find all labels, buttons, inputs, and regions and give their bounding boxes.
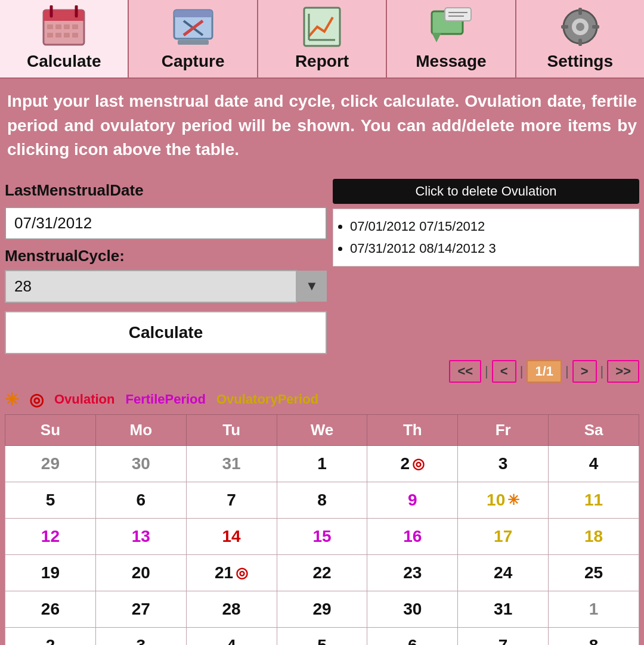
nav-capture[interactable]: Capture: [129, 0, 258, 77]
svg-rect-6: [55, 24, 61, 29]
calendar-week-5: 2345678: [5, 627, 639, 645]
target-legend-icon: ◎: [29, 390, 44, 410]
svg-rect-11: [64, 33, 70, 38]
header-tu: Tu: [186, 414, 277, 445]
calendar-cell-w2-d6[interactable]: 18: [549, 518, 639, 554]
calendar-next-button[interactable]: >: [572, 360, 597, 383]
calendar-cell-w0-d5[interactable]: 3: [458, 445, 549, 482]
calendar-page-indicator: 1/1: [527, 360, 562, 383]
calendar-cell-w3-d5[interactable]: 24: [458, 554, 549, 591]
header-mo: Mo: [95, 414, 186, 445]
calendar-cell-w2-d3[interactable]: 15: [277, 518, 367, 554]
calendar-week-0: 29303112◎34: [5, 445, 639, 482]
calendar-cell-w1-d6[interactable]: 11: [549, 482, 639, 518]
calendar-cell-w3-d3[interactable]: 22: [277, 554, 367, 591]
calendar-prev-button[interactable]: <: [492, 360, 516, 383]
calendar-cell-w5-d4[interactable]: 6: [367, 627, 458, 645]
calendar-cell-w5-d6[interactable]: 8: [549, 627, 639, 645]
calendar-header-row: Su Mo Tu We Th Fr Sa: [5, 414, 639, 445]
header-sa: Sa: [549, 414, 639, 445]
svg-rect-17: [178, 40, 209, 45]
ovulation-item-2: 07/31/2012 08/14/2012 3: [350, 237, 633, 259]
calendar-last-button[interactable]: >>: [607, 360, 639, 383]
target-icon: ◎: [412, 455, 425, 472]
menstrual-cycle-label: MenstrualCycle:: [5, 247, 327, 265]
last-menstrual-label: LastMenstrualDate: [5, 179, 327, 202]
header-fr: Fr: [458, 414, 549, 445]
calendar-cell-w1-d0[interactable]: 5: [5, 482, 96, 518]
calendar-cell-w0-d4[interactable]: 2◎: [367, 445, 458, 482]
ovulation-list: 07/01/2012 07/15/2012 07/31/2012 08/14/2…: [333, 209, 639, 266]
svg-rect-30: [578, 8, 582, 15]
calendar-cell-w1-d4[interactable]: 9: [367, 482, 458, 518]
calendar-cell-w4-d2[interactable]: 28: [186, 591, 277, 627]
calendar-cell-w1-d3[interactable]: 8: [277, 482, 367, 518]
calendar-week-1: 5678910✳11: [5, 482, 639, 518]
svg-rect-8: [72, 24, 78, 29]
calendar-cell-w0-d6[interactable]: 4: [549, 445, 639, 482]
calendar-cell-w5-d2[interactable]: 4: [186, 627, 277, 645]
nav-report[interactable]: Report: [258, 0, 387, 77]
report-icon: [301, 5, 343, 48]
calendar-cell-w2-d4[interactable]: 16: [367, 518, 458, 554]
calendar-cell-w4-d6[interactable]: 1: [549, 591, 639, 627]
capture-icon: [172, 5, 215, 48]
calculate-button[interactable]: Calculate: [5, 311, 327, 354]
calendar-cell-w0-d2[interactable]: 31: [186, 445, 277, 482]
calendar-controls: << | < | 1/1 | > | >>: [5, 354, 639, 386]
top-navigation: Calculate Capture Report Message: [0, 0, 644, 79]
snowflake-icon: ✳: [507, 492, 519, 508]
calendar-week-4: 2627282930311: [5, 591, 639, 627]
calendar-cell-w0-d1[interactable]: 30: [95, 445, 186, 482]
last-menstrual-input[interactable]: [5, 207, 327, 240]
calendar-cell-w0-d3[interactable]: 1: [277, 445, 367, 482]
calendar-week-2: 12131415161718: [5, 518, 639, 554]
calendar-cell-w5-d0[interactable]: 2: [5, 627, 96, 645]
nav-calculate-label: Calculate: [27, 52, 101, 71]
calendar-first-button[interactable]: <<: [449, 360, 481, 383]
calendar-cell-w4-d4[interactable]: 30: [367, 591, 458, 627]
cycle-dropdown-button[interactable]: ▼: [297, 271, 327, 302]
calendar-cell-w5-d1[interactable]: 3: [95, 627, 186, 645]
calendar-cell-w3-d4[interactable]: 23: [367, 554, 458, 591]
calendar-cell-w2-d2[interactable]: 14: [186, 518, 277, 554]
svg-rect-24: [445, 8, 471, 21]
header-th: Th: [367, 414, 458, 445]
legend-target-item: ◎: [29, 390, 44, 410]
calendar-icon: [42, 5, 85, 48]
calendar-cell-w3-d0[interactable]: 19: [5, 554, 96, 591]
svg-marker-22: [432, 33, 441, 42]
svg-rect-12: [72, 33, 78, 38]
calendar-cell-w3-d2[interactable]: 21◎: [186, 554, 277, 591]
nav-report-label: Report: [295, 52, 349, 71]
delete-ovulation-label[interactable]: Click to delete Ovulation: [333, 179, 639, 204]
settings-icon: [559, 5, 602, 48]
calendar-cell-w3-d1[interactable]: 20: [95, 554, 186, 591]
calendar-cell-w2-d0[interactable]: 12: [5, 518, 96, 554]
calendar-cell-w4-d3[interactable]: 29: [277, 591, 367, 627]
ovulatory-legend-label: OvulatoryPeriod: [216, 392, 318, 407]
cycle-input[interactable]: [5, 270, 297, 303]
calendar-cell-w3-d6[interactable]: 25: [549, 554, 639, 591]
calendar-cell-w5-d5[interactable]: 7: [458, 627, 549, 645]
calendar-cell-w1-d5[interactable]: 10✳: [458, 482, 549, 518]
calendar-cell-w1-d1[interactable]: 6: [95, 482, 186, 518]
calendar-cell-w4-d0[interactable]: 26: [5, 591, 96, 627]
header-we: We: [277, 414, 367, 445]
calendar-cell-w5-d3[interactable]: 5: [277, 627, 367, 645]
right-panel: Click to delete Ovulation 07/01/2012 07/…: [333, 179, 639, 354]
svg-rect-31: [578, 39, 582, 46]
nav-calculate[interactable]: Calculate: [0, 0, 129, 77]
calendar-cell-w0-d0[interactable]: 29: [5, 445, 96, 482]
svg-rect-33: [592, 25, 599, 29]
nav-message[interactable]: Message: [387, 0, 516, 77]
svg-rect-2: [44, 17, 84, 21]
calendar-cell-w4-d1[interactable]: 27: [95, 591, 186, 627]
calendar-cell-w2-d5[interactable]: 17: [458, 518, 549, 554]
calendar-cell-w2-d1[interactable]: 13: [95, 518, 186, 554]
nav-settings[interactable]: Settings: [516, 0, 644, 77]
ovulation-item-1: 07/01/2012 07/15/2012: [350, 215, 633, 237]
calendar-table: Su Mo Tu We Th Fr Sa 29303112◎345678910✳…: [5, 414, 639, 645]
calendar-cell-w1-d2[interactable]: 7: [186, 482, 277, 518]
calendar-cell-w4-d5[interactable]: 31: [458, 591, 549, 627]
